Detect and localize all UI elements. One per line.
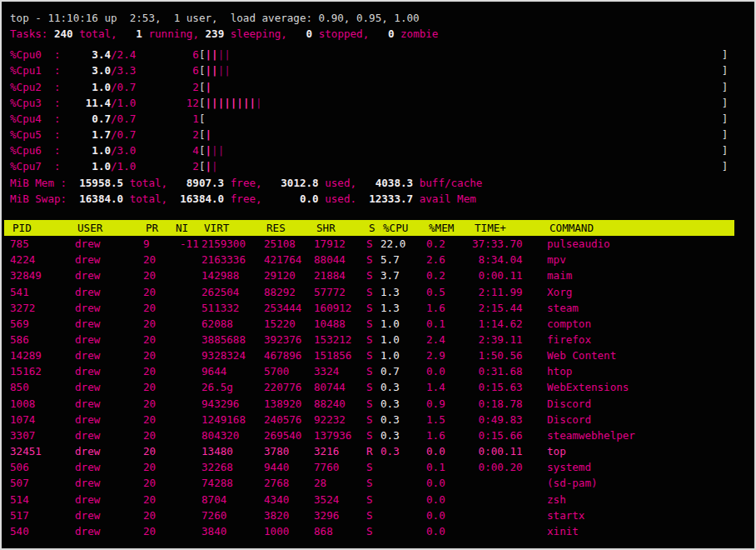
cell-cmd: xinit [547, 523, 579, 539]
cell-user: drew [75, 492, 100, 508]
cell-res: 9440 [264, 459, 289, 475]
cell-mem: 0.0 [426, 508, 445, 523]
cell-pr: 20 [143, 363, 156, 379]
cell-time: 2:39.11 [472, 332, 523, 348]
cpu-meter-scale: 12 [136, 97, 199, 109]
cell-mem: 1.5 [426, 412, 445, 428]
cell-pid: 14289 [10, 348, 42, 363]
cell-time: 0:15.66 [472, 428, 523, 443]
cpu-meter-scale: 6 [136, 48, 199, 61]
cell-time: 1:50.56 [472, 348, 523, 363]
cell-pr: 20 [143, 523, 156, 539]
cell-mem: 0.0 [426, 492, 445, 508]
cell-user: drew [75, 300, 100, 316]
cell-s: S [366, 508, 373, 523]
cell-mem: 0.5 [426, 284, 445, 300]
cell-virt: 943296 [201, 396, 239, 412]
cell-s: S [366, 363, 373, 379]
cell-s: S [366, 252, 373, 268]
cell-shr: 57772 [314, 284, 346, 300]
meter-close-bracket: ] [722, 128, 729, 141]
process-row: 1008drew2094329613892088240S0.30.9 0:18.… [2, 396, 756, 412]
cell-user: drew [75, 268, 100, 283]
cell-shr: 3216 [314, 443, 339, 459]
cell-res: 2768 [264, 475, 289, 491]
cell-virt: 262504 [201, 284, 239, 300]
meter-fill [231, 48, 722, 61]
cpu-meter-line-2: %Cpu2 : 1.0/0.7 2[| ] [10, 79, 728, 95]
cpu-label: %Cpu4 : [10, 112, 61, 125]
cell-res: 240576 [264, 412, 301, 428]
cell-cmd: steamwebhelper [547, 428, 635, 443]
meter-sys-bars: || [218, 64, 231, 77]
cell-shr: 3324 [314, 363, 339, 379]
cell-pr: 20 [143, 459, 156, 475]
cell-shr: 151856 [314, 348, 351, 363]
cell-mem: 0.9 [426, 396, 445, 412]
meter-sys-bars: || [211, 144, 224, 157]
terminal-window[interactable]: top - 11:10:16 up 2:53, 1 user, load ave… [0, 0, 756, 550]
cell-time: 0:31.68 [472, 363, 523, 379]
meter-user-bars: | [206, 81, 212, 93]
cell-virt: 2163336 [201, 252, 246, 268]
process-row: 586drew203885688392376153212S1.02.4 2:39… [2, 332, 756, 348]
cell-user: drew [75, 252, 100, 268]
meter-open-bracket: [ [199, 81, 206, 93]
process-row: 1074drew20124916824057692232S0.31.5 0:49… [2, 412, 756, 428]
cell-virt: 3885688 [201, 332, 246, 348]
cell-pid: 850 [10, 379, 29, 395]
cpu-meter-line-4: %Cpu4 : 0.7/0.7 1[ ] [10, 111, 728, 127]
cell-virt: 2159300 [201, 236, 246, 252]
cell-mem: 1.4 [426, 379, 445, 395]
cell-mem: 0.0 [426, 443, 445, 459]
cell-shr: 28 [314, 475, 326, 491]
meter-open-bracket: [ [199, 160, 206, 172]
cell-shr: 92232 [314, 412, 346, 428]
cell-res: 15220 [264, 316, 296, 332]
cell-res: 269540 [264, 428, 301, 443]
cell-pid: 32451 [10, 443, 42, 459]
meter-close-bracket: ] [722, 144, 729, 157]
cell-time: 0:18.78 [472, 396, 523, 412]
cell-virt: 13480 [201, 443, 233, 459]
cell-shr: 868 [314, 523, 333, 539]
cpu-label: %Cpu6 : [10, 144, 61, 157]
meter-open-bracket: [ [199, 48, 206, 61]
cell-mem: 0.2 [426, 236, 445, 252]
cell-user: drew [75, 412, 100, 428]
cell-res: 392376 [264, 332, 301, 348]
cell-res: 25108 [264, 236, 296, 252]
cpu-meter-line-3: %Cpu3 : 11.4/1.0 12[||||||||| ] [10, 95, 728, 111]
meter-fill [218, 160, 722, 172]
process-row: 4224drew20216333642176488044S5.72.6 8:34… [2, 252, 756, 268]
cpu-sys-value: /0.7 [111, 81, 136, 93]
cpu-user-value: 11.4 [61, 97, 112, 109]
cell-res: 1000 [264, 523, 289, 539]
cell-cpu: 0.7 [380, 363, 400, 379]
cell-pid: 586 [10, 332, 29, 348]
cell-cpu: 1.3 [380, 284, 400, 300]
process-table-header: PIDUSERPRNIVIRTRESSHRS%CPU%MEMTIME+COMMA… [4, 220, 734, 236]
cell-mem: 2.6 [426, 252, 445, 268]
cell-virt: 1249168 [201, 412, 246, 428]
cpu-label: %Cpu7 : [10, 160, 61, 172]
cell-s: S [366, 332, 373, 348]
cell-user: drew [75, 379, 100, 395]
cpu-meter-scale: 2 [136, 128, 199, 141]
cell-user: drew [75, 363, 100, 379]
column-header-pid: PID [12, 221, 32, 236]
cell-s: S [366, 348, 373, 363]
meter-fill [211, 128, 722, 141]
cell-cpu: 0.3 [380, 396, 400, 412]
cell-res: 29120 [264, 268, 296, 283]
cell-pid: 517 [10, 508, 29, 523]
process-row: 514drew20870443403524S0.0zsh [2, 492, 756, 508]
cell-res: 421764 [264, 252, 301, 268]
cpu-user-value: 3.0 [61, 64, 112, 77]
cell-time: 2:11.99 [472, 284, 523, 300]
cell-shr: 10488 [314, 316, 346, 332]
meter-user-bars: | [206, 144, 212, 157]
meter-close-bracket: ] [722, 64, 729, 77]
cpu-label: %Cpu5 : [10, 128, 61, 141]
cell-user: drew [75, 475, 100, 491]
